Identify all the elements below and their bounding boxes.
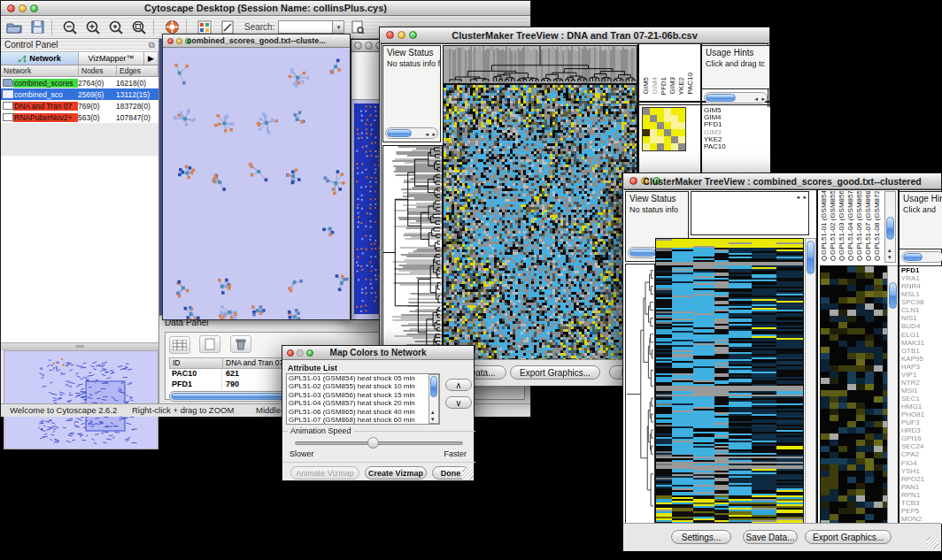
- gene-label[interactable]: GTB1: [900, 347, 942, 355]
- attribute-item[interactable]: GPL51-07 (GSM868) heat shock 60 min: [287, 416, 429, 424]
- export-graphics-button[interactable]: Export Graphics...: [510, 365, 600, 380]
- id-column-header[interactable]: ID: [170, 358, 223, 368]
- animate-vizmap-button[interactable]: Animate Vizmap: [290, 466, 359, 479]
- animation-speed-slider[interactable]: [295, 441, 463, 445]
- network-row[interactable]: RNAPuberNov2+ 563(0) 107847(0): [1, 111, 158, 123]
- network-row[interactable]: DNA and Tran 07 769(0) 183728(0): [1, 100, 158, 111]
- scroll-right-icon[interactable]: ▸: [761, 96, 765, 102]
- gene-label[interactable]: PAN1: [900, 483, 942, 491]
- scroll-down-icon[interactable]: ▾: [431, 416, 435, 422]
- gene-label[interactable]: VIP1: [900, 371, 942, 379]
- gene-label[interactable]: BUD4: [900, 322, 942, 330]
- attribute-item[interactable]: GPL51-02 (GSM855) heat shock 10 min: [287, 382, 429, 390]
- gene-label[interactable]: MON2: [900, 515, 942, 523]
- gene-label[interactable]: KAP95: [900, 355, 942, 363]
- network-overview-canvas[interactable]: [4, 350, 158, 449]
- zoom-fit-icon[interactable]: [129, 19, 149, 36]
- resize-grip[interactable]: [462, 469, 474, 480]
- heatmap-vscrollbar[interactable]: [805, 238, 816, 524]
- scroll-right-icon[interactable]: ▸: [803, 194, 807, 200]
- gene-label[interactable]: PFD1: [900, 266, 942, 274]
- gene-label[interactable]: RPO21: [900, 475, 942, 483]
- global-heatmap-canvas[interactable]: [655, 238, 804, 524]
- usage-hints-hscrollbar[interactable]: ◂▸: [704, 92, 768, 104]
- gene-label[interactable]: HMG1: [900, 403, 942, 410]
- scroll-right-icon[interactable]: ▸: [432, 131, 436, 137]
- gene-label[interactable]: CPA2: [900, 450, 942, 458]
- gene-label[interactable]: RNR4: [900, 282, 942, 290]
- tab-overflow-arrow[interactable]: ▶: [144, 52, 158, 65]
- column-dendrogram-canvas[interactable]: [443, 45, 637, 84]
- attribute-table-icon[interactable]: [169, 336, 190, 354]
- global-heatmap-canvas[interactable]: [443, 84, 637, 360]
- save-icon[interactable]: [27, 19, 47, 36]
- dialog-titlebar[interactable]: Map Colors to Network: [282, 346, 474, 360]
- gene-label[interactable]: NTR2: [900, 379, 942, 387]
- new-attribute-icon[interactable]: [199, 335, 220, 353]
- move-down-button[interactable]: ∨: [445, 396, 472, 409]
- attribute-item[interactable]: GPL51-01 (GSM854) heat shock 05 min: [287, 374, 429, 382]
- delete-attribute-icon[interactable]: [230, 335, 251, 353]
- gene-label[interactable]: CLN1: [900, 306, 942, 314]
- gene-label[interactable]: MSI1: [900, 387, 942, 395]
- zoom-selected-icon[interactable]: [106, 19, 126, 36]
- search-options-icon[interactable]: [348, 19, 367, 36]
- settings-button[interactable]: Settings...: [671, 530, 731, 544]
- gene-label[interactable]: SEC24: [900, 442, 942, 450]
- gene-label[interactable]: HRD3: [900, 426, 942, 434]
- gene-label[interactable]: FIG4: [900, 459, 942, 467]
- gene-label[interactable]: TCB3: [900, 499, 942, 507]
- scroll-left-icon[interactable]: ◂: [796, 194, 799, 200]
- scroll-down-icon[interactable]: ▾: [888, 254, 892, 260]
- gene-label[interactable]: MAK31: [900, 339, 942, 347]
- open-file-icon[interactable]: [4, 19, 24, 36]
- create-vizmap-button[interactable]: Create Vizmap: [365, 466, 427, 479]
- row-dendrogram-canvas[interactable]: [382, 145, 443, 360]
- gene-label[interactable]: ELG1: [900, 331, 942, 339]
- zoom-out-icon[interactable]: [60, 19, 80, 36]
- panel-splitter[interactable]: [1, 343, 158, 350]
- gene-label[interactable]: PHO81: [900, 410, 942, 418]
- gene-label[interactable]: YRA1: [900, 274, 942, 282]
- gene-label[interactable]: HAP3: [900, 363, 942, 371]
- zoom-heatmap-canvas[interactable]: [820, 265, 891, 524]
- gene-label[interactable]: PAC10: [702, 143, 770, 150]
- search-dropdown-icon[interactable]: ▾: [333, 20, 344, 34]
- attribute-item[interactable]: GPL51-04 (GSM857) heat shock 20 min: [287, 399, 429, 407]
- scroll-up-icon[interactable]: ▴: [431, 409, 435, 415]
- view-status-hscrollbar[interactable]: ◂▸: [385, 127, 438, 139]
- move-up-button[interactable]: ∧: [445, 379, 472, 391]
- column-dendrogram-area[interactable]: ◂▸: [691, 191, 809, 235]
- resize-grip[interactable]: [927, 537, 938, 548]
- zoom-heatmap-canvas[interactable]: [642, 107, 686, 151]
- gene-label[interactable]: PUF3: [900, 418, 942, 426]
- attribute-item[interactable]: GPL51-03 (GSM856) heat shock 15 min: [287, 391, 429, 399]
- network-row[interactable]: combined_sco 2569(6) 13112(15): [1, 88, 158, 100]
- gene-label[interactable]: GPI16: [900, 434, 942, 442]
- network-view-titlebar[interactable]: combined_scores_good.txt--cluste...: [163, 35, 350, 48]
- gene-label[interactable]: MSL1: [900, 290, 942, 298]
- treeview-dna-titlebar[interactable]: ClusterMaker TreeView : DNA and Tran 07-…: [380, 27, 769, 43]
- main-titlebar[interactable]: Cytoscape Desktop (Session Name: collins…: [1, 1, 530, 16]
- network-canvas[interactable]: [163, 48, 350, 319]
- gene-label[interactable]: YSH1: [900, 467, 942, 475]
- usage-hints-hscrollbar[interactable]: [901, 251, 942, 263]
- treeview-combined-titlebar[interactable]: ClusterMaker TreeView : combined_scores_…: [623, 173, 941, 189]
- save-data-button[interactable]: Save Data...: [743, 530, 798, 544]
- export-graphics-button[interactable]: Export Graphics...: [805, 530, 892, 544]
- gene-label[interactable]: PEP5: [900, 507, 942, 515]
- gene-label[interactable]: SEC1: [900, 395, 942, 403]
- gene-label[interactable]: NIS1: [900, 314, 942, 322]
- zoom-in-icon[interactable]: [83, 19, 103, 36]
- slider-thumb[interactable]: [367, 437, 379, 449]
- scroll-left-icon[interactable]: ◂: [754, 96, 758, 102]
- dense-network-canvas[interactable]: [352, 100, 381, 319]
- scroll-up-icon[interactable]: ▴: [888, 247, 892, 253]
- gene-label[interactable]: RPN1: [900, 491, 942, 499]
- labels-vscrollbar[interactable]: ▴ ▾: [884, 191, 896, 263]
- float-panel-icon[interactable]: ⧉: [149, 40, 155, 50]
- tab-vizmapper[interactable]: VizMapper™: [79, 52, 144, 65]
- gene-label[interactable]: SPC98: [900, 298, 942, 306]
- gene-list[interactable]: PFD1YRA1RNR4MSL1SPC98CLN1NIS1BUD4ELG1MAK…: [900, 265, 942, 524]
- attribute-item[interactable]: GPL51-06 (GSM865) heat shock 40 min: [287, 408, 429, 416]
